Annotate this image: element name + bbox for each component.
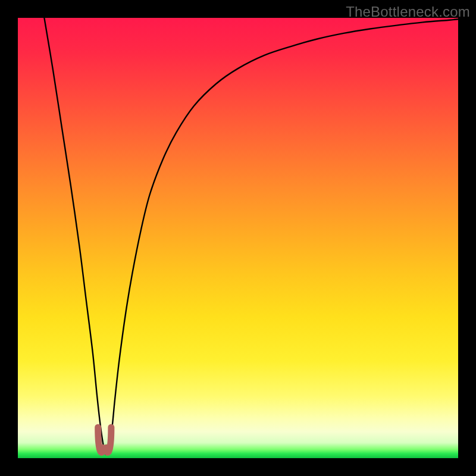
plot-area bbox=[18, 18, 458, 458]
watermark-text: TheBottleneck.com bbox=[346, 4, 470, 20]
bottleneck-curve bbox=[44, 18, 458, 455]
curve-layer bbox=[18, 18, 458, 458]
min-marker bbox=[98, 427, 111, 452]
chart-frame: TheBottleneck.com bbox=[0, 0, 476, 476]
